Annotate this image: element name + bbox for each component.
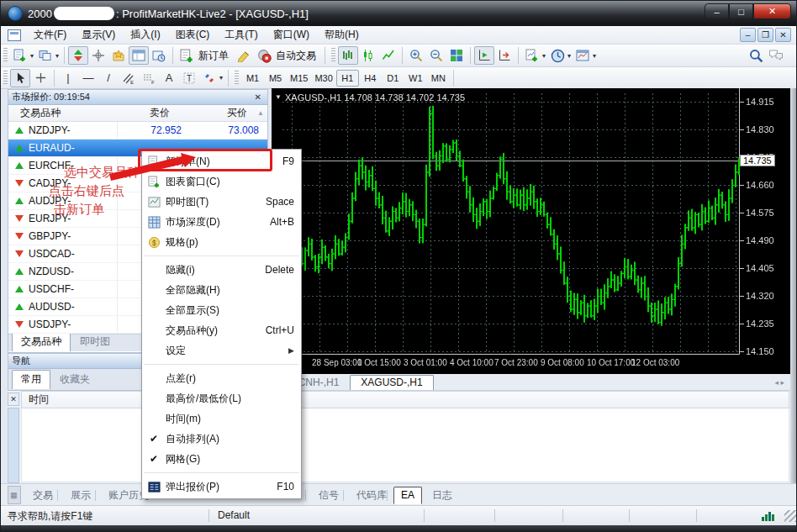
favorites-navigator-icon[interactable] [108,46,129,65]
timeframe-m1[interactable]: M1 [241,70,264,87]
menu-item-0[interactable]: 文件(F) [26,25,74,45]
context-menu-item-12[interactable]: 点差(r) [142,368,301,388]
vertical-line-tool-icon[interactable]: | [58,69,78,87]
indicators-icon[interactable] [522,46,542,65]
horizontal-line-tool-icon[interactable]: — [78,69,98,87]
profiles-dropdown-icon[interactable]: ▾ [55,52,59,60]
terminal-close-icon[interactable]: ✕ [8,392,19,406]
new-order-label[interactable]: 新订单 [198,49,229,63]
menu-item-1[interactable]: 显示(V) [74,25,123,45]
menu-item-2[interactable]: 插入(I) [123,25,167,45]
menu-item-5[interactable]: 窗口(W) [266,25,317,45]
bar-chart-type-icon[interactable] [338,46,358,65]
terminal-tab-日志[interactable]: 日志 [425,487,459,505]
strategy-tester-icon[interactable] [149,46,169,65]
resize-grip[interactable] [784,510,796,522]
chat-icon[interactable] [766,46,786,65]
periods-dropdown-icon[interactable]: ▾ [567,52,571,60]
terminal-tab-交易[interactable]: 交易 [26,487,60,505]
symbol-row-nzdjpy[interactable]: NZDJPY-72.95273.008 [8,122,267,140]
price-chart[interactable] [272,88,791,374]
context-menu-item-4[interactable]: $规格(p) [142,232,301,252]
timeframe-w1[interactable]: W1 [404,70,427,87]
market-watch-tab-tick-chart[interactable]: 即时图 [71,332,119,351]
context-menu-item-14[interactable]: 时间(m) [142,408,301,429]
status-profile[interactable]: Default [218,509,250,521]
new-order-icon[interactable] [177,46,197,65]
market-watch-icon[interactable] [68,46,88,65]
templates-dropdown-icon[interactable]: ▾ [593,52,596,60]
minimize-button[interactable]: – [705,3,729,19]
close-button[interactable]: ✕ [753,3,791,19]
context-menu-item-15[interactable]: ✔自动排列(A) [142,429,301,449]
fibonacci-tool-icon[interactable]: F [139,69,159,87]
periods-icon[interactable] [547,46,567,65]
terminal-panel-icon[interactable] [129,46,149,65]
chart-menu-caret-icon[interactable]: ▼ [275,93,282,101]
context-menu-item-13[interactable]: 最高价/最低价(L) [142,388,301,408]
context-menu-item-7[interactable]: 全部隐藏(H) [142,280,301,300]
chart-shift-icon[interactable] [494,46,515,65]
maximize-button[interactable]: □ [729,3,753,19]
column-buy[interactable]: 买价 [170,106,247,120]
zoom-out-icon[interactable] [426,46,446,65]
mdi-minimize-button[interactable]: – [740,28,756,42]
timeframe-h1[interactable]: H1 [336,70,359,87]
arrows-tool-icon[interactable] [199,69,219,87]
channel-tool-icon[interactable]: E [119,69,139,87]
navigator-tab-0[interactable]: 常用 [12,370,50,389]
text-label-tool-icon[interactable]: T [179,69,199,87]
terminal-tab-展示[interactable]: 展示 [64,487,98,505]
chart-tab-scroll-arrows[interactable]: ◂ ▸ [774,378,784,387]
menu-item-6[interactable]: 帮助(H) [317,25,367,45]
context-menu-item-9[interactable]: 交易品种(y)Ctrl+U [142,320,301,340]
text-tool-icon[interactable]: A [159,69,179,87]
new-chart-dropdown-icon[interactable]: ▾ [30,52,34,60]
column-sell[interactable]: 卖价 [118,106,170,120]
column-symbol[interactable]: 交易品种 [8,106,118,120]
timeframe-h4[interactable]: H4 [359,70,382,87]
terminal-tab-ea[interactable]: EA [393,487,422,504]
mdi-close-button[interactable]: ✕ [775,28,791,42]
menu-item-3[interactable]: 图表(C) [168,25,218,45]
toolbar-grip[interactable] [3,48,8,63]
terminal-column-header[interactable]: 时间 [21,391,789,408]
autotrading-icon[interactable] [254,46,274,65]
timeframe-mn[interactable]: MN [427,70,450,87]
context-menu-item-18[interactable]: 弹出报价(P)F10 [142,477,301,497]
chart-tab-xagusdh1[interactable]: XAGUSD-,H1 [350,375,433,390]
context-menu-item-8[interactable]: 全部显示(S) [142,300,301,320]
timeframe-d1[interactable]: D1 [382,70,404,87]
profiles-icon[interactable] [35,46,55,65]
mdi-restore-button[interactable]: ❐ [757,28,773,42]
terminal-tab-信号[interactable]: 信号 [312,487,346,505]
toolbar-grip[interactable] [331,48,335,63]
toolbar-grip[interactable] [3,71,8,86]
context-menu-item-16[interactable]: ✔网格(G) [142,449,301,469]
window-scrollbar[interactable] [790,88,797,503]
trendline-tool-icon[interactable]: / [98,69,119,87]
templates-icon[interactable] [573,46,593,65]
tile-windows-icon[interactable] [446,46,467,65]
search-icon[interactable] [746,46,766,65]
market-watch-close-icon[interactable]: ✕ [252,92,264,102]
chart-document-icon[interactable] [8,29,21,41]
timeframe-m30[interactable]: M30 [311,70,335,87]
arrows-dropdown-icon[interactable]: ▾ [219,74,223,82]
crosshair-tool-icon[interactable] [30,69,50,87]
navigator-tab-1[interactable]: 收藏夹 [50,370,99,389]
metaeditor-icon[interactable] [234,46,254,65]
autotrading-label[interactable]: 自动交易 [276,49,316,63]
crosshair-data-icon[interactable] [88,46,108,65]
terminal-tabs-scroll-grip[interactable]: ▦ [8,486,21,504]
context-menu-item-6[interactable]: 隐藏(i)Delete [142,260,301,280]
candlestick-chart-type-icon[interactable] [358,46,378,65]
indicators-dropdown-icon[interactable]: ▾ [542,52,546,60]
market-watch-tab-symbols[interactable]: 交易品种 [12,332,71,351]
menu-item-4[interactable]: 工具(T) [217,25,265,45]
line-chart-type-icon[interactable] [378,46,398,65]
context-menu-item-2[interactable]: 即时图(T)Space [142,192,301,212]
context-menu-item-1[interactable]: 图表窗口(C) [142,171,301,192]
timeframe-m5[interactable]: M5 [264,70,287,87]
timeframe-m15[interactable]: M15 [287,70,311,87]
